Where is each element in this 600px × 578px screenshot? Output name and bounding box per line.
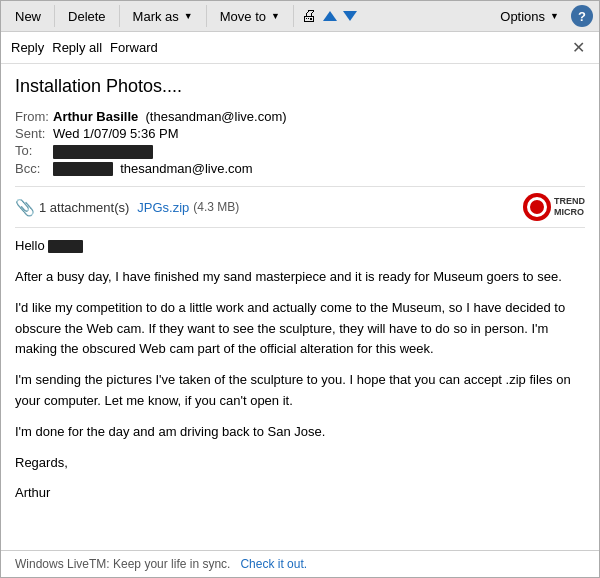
from-name: Arthur Basille bbox=[53, 109, 138, 124]
options-label: Options bbox=[500, 9, 545, 24]
footer-link-text: Check it out. bbox=[240, 557, 307, 571]
sent-label: Sent: bbox=[15, 126, 53, 141]
attachment-name: JPGs.zip bbox=[137, 200, 189, 215]
body-name-redacted bbox=[48, 240, 83, 253]
footer-bar: Windows LiveTM: Keep your life in sync. … bbox=[1, 550, 599, 577]
attachment-link[interactable]: JPGs.zip bbox=[137, 200, 189, 215]
delete-button[interactable]: Delete bbox=[60, 6, 114, 27]
attachment-count: 1 attachment(s) bbox=[39, 200, 129, 215]
attachment-size: (4.3 MB) bbox=[193, 200, 239, 214]
email-subject: Installation Photos.... bbox=[15, 76, 585, 97]
move-to-dropdown-arrow: ▼ bbox=[271, 11, 280, 21]
separator-4 bbox=[293, 5, 294, 27]
sent-value: Wed 1/07/09 5:36 PM bbox=[53, 126, 585, 141]
body-para-2: I'd like my competition to do a little w… bbox=[15, 298, 585, 360]
body-para-3: I'm sending the pictures I've taken of t… bbox=[15, 370, 585, 412]
body-para-1: After a busy day, I have finished my san… bbox=[15, 267, 585, 288]
print-button[interactable]: 🖨 bbox=[299, 5, 319, 27]
footer-link[interactable]: Check it out. bbox=[237, 557, 307, 571]
to-redacted bbox=[53, 145, 153, 159]
forward-link[interactable]: Forward bbox=[110, 38, 166, 57]
bcc-redacted bbox=[53, 162, 113, 176]
attachment-left: 📎 1 attachment(s) JPGs.zip (4.3 MB) bbox=[15, 198, 239, 217]
mark-as-label: Mark as bbox=[133, 9, 179, 24]
options-button[interactable]: Options ▼ bbox=[492, 6, 567, 27]
from-label: From: bbox=[15, 109, 53, 124]
print-icon: 🖨 bbox=[301, 7, 317, 25]
separator-3 bbox=[206, 5, 207, 27]
to-row: To: bbox=[15, 143, 585, 159]
body-regards: Regards, bbox=[15, 453, 585, 474]
body-hello: Hello bbox=[15, 236, 585, 257]
arrow-up-icon bbox=[323, 11, 337, 21]
sent-row: Sent: Wed 1/07/09 5:36 PM bbox=[15, 126, 585, 141]
new-label: New bbox=[15, 9, 41, 24]
mark-as-dropdown-arrow: ▼ bbox=[184, 11, 193, 21]
footer-text: Windows LiveTM: Keep your life in sync. bbox=[15, 557, 230, 571]
trend-micro-logo: TRENDMICRO bbox=[523, 193, 585, 221]
body-arthur: Arthur bbox=[15, 483, 585, 504]
options-dropdown-arrow: ▼ bbox=[550, 11, 559, 21]
reply-all-link[interactable]: Reply all bbox=[52, 38, 110, 57]
email-headers: From: Arthur Basille (thesandman@live.co… bbox=[15, 109, 585, 176]
from-email: (thesandman@live.com) bbox=[145, 109, 286, 124]
mark-as-button[interactable]: Mark as ▼ bbox=[125, 6, 201, 27]
prev-button[interactable] bbox=[321, 9, 339, 23]
bcc-row: Bcc: thesandman@live.com bbox=[15, 161, 585, 177]
action-bar: Reply Reply all Forward ✕ bbox=[1, 32, 599, 64]
from-value: Arthur Basille (thesandman@live.com) bbox=[53, 109, 585, 124]
toolbar: New Delete Mark as ▼ Move to ▼ 🖨 Options bbox=[1, 1, 599, 32]
email-content: Installation Photos.... From: Arthur Bas… bbox=[1, 64, 599, 550]
email-window: New Delete Mark as ▼ Move to ▼ 🖨 Options bbox=[0, 0, 600, 578]
separator-1 bbox=[54, 5, 55, 27]
email-body: Hello After a busy day, I have finished … bbox=[15, 236, 585, 504]
help-button[interactable]: ? bbox=[571, 5, 593, 27]
separator-2 bbox=[119, 5, 120, 27]
close-button[interactable]: ✕ bbox=[568, 38, 589, 57]
new-button[interactable]: New bbox=[7, 6, 49, 27]
move-to-button[interactable]: Move to ▼ bbox=[212, 6, 288, 27]
trend-micro-text: TRENDMICRO bbox=[554, 196, 585, 218]
move-to-label: Move to bbox=[220, 9, 266, 24]
bcc-value: thesandman@live.com bbox=[53, 161, 585, 177]
next-button[interactable] bbox=[341, 9, 359, 23]
body-para-4: I'm done for the day and am driving back… bbox=[15, 422, 585, 443]
trend-micro-icon bbox=[523, 193, 551, 221]
to-value bbox=[53, 143, 585, 159]
help-label: ? bbox=[578, 9, 586, 24]
toolbar-right: Options ▼ ? bbox=[492, 5, 593, 27]
attachment-icon: 📎 bbox=[15, 198, 35, 217]
reply-link[interactable]: Reply bbox=[11, 38, 52, 57]
from-row: From: Arthur Basille (thesandman@live.co… bbox=[15, 109, 585, 124]
bcc-extra: thesandman@live.com bbox=[120, 161, 252, 176]
attachment-row: 📎 1 attachment(s) JPGs.zip (4.3 MB) TREN… bbox=[15, 186, 585, 228]
to-label: To: bbox=[15, 143, 53, 158]
bcc-label: Bcc: bbox=[15, 161, 53, 176]
arrow-down-icon bbox=[343, 11, 357, 21]
delete-label: Delete bbox=[68, 9, 106, 24]
